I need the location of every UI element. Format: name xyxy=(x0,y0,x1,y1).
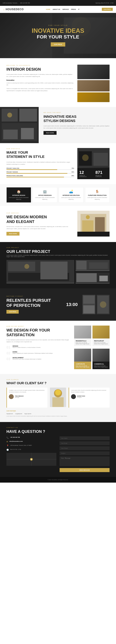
perfection-title: RELENTLES PURSUIT OF PERFECTION xyxy=(6,298,61,308)
email-input[interactable] xyxy=(60,442,110,445)
main-navbar: ⌂ HOUSEDECO HOME ABOUT US SERVICE PRESS … xyxy=(0,6,116,13)
interior-img-2 xyxy=(77,80,110,92)
service-icon-3: 🛋️ xyxy=(61,190,82,194)
nav-about[interactable]: ABOUT US xyxy=(53,8,60,10)
submit-button[interactable]: SEND MESSAGE xyxy=(60,468,110,472)
stats-title-line1: MAKE YOUR xyxy=(6,150,28,154)
project-sm2-svg xyxy=(76,272,110,283)
satisfaction-title-line2: SATISFACTION xyxy=(6,333,34,337)
phone-input[interactable] xyxy=(60,446,110,450)
interior-images xyxy=(77,65,110,102)
sat-info-corporate: CORPORATE Etiam lacus est blandit facili… xyxy=(74,362,91,369)
svg-point-48 xyxy=(31,459,32,460)
sat-card-restaurant: RESTAURANT Etiam lacus est blandit facil… xyxy=(93,326,110,346)
svg-rect-6 xyxy=(19,108,37,122)
project-grid xyxy=(6,260,110,284)
perfection-img-1 xyxy=(83,295,95,314)
test-author-2: MORE FUGO Designer xyxy=(71,394,108,399)
testimonial-card-2: Lorem ipsum dolor sit amet consectetur a… xyxy=(69,388,110,408)
email-icon: ✉ xyxy=(6,440,8,443)
nav-it[interactable]: IT xyxy=(78,8,79,10)
testimonial-row: Curabitur a arcu sit ut lorem at sapien … xyxy=(6,388,110,408)
step-title-2: DOING xyxy=(12,351,53,353)
sat-card-corporate: CORPORATE Etiam lacus est blandit facili… xyxy=(74,349,91,369)
hero-cta-button[interactable]: OUR PRICE xyxy=(51,42,65,46)
footer: © 2021 HouseDeco. All Rights Reserved. xyxy=(0,477,116,482)
innovative-title-line1: INNOVATIVE IDEAS xyxy=(43,114,77,118)
sat-card-residential: RESIDENTIALS Etiam lacus est blandit fac… xyxy=(74,326,91,346)
form-subject-row xyxy=(60,452,110,455)
nav-service[interactable]: SERVICE xyxy=(62,8,69,10)
logo[interactable]: ⌂ HOUSEDECO xyxy=(3,8,24,11)
hours-value: Mon-Fri 07:00 - 17:00 xyxy=(10,449,21,450)
step-1: 01 DESIGN Mauris Curabitur dictumst a, i… xyxy=(6,345,69,350)
nav-home[interactable]: HOME xyxy=(46,8,50,10)
innovative-read-more-button[interactable]: READ MORE xyxy=(43,131,57,135)
testimonial-section: OUR CLIENTS WHAT OUR CLIENT SAY ? Curabi… xyxy=(0,374,116,422)
service-card-1: 🏠 INTERIOR DESIGN Lorem ipsum dolor sit … xyxy=(6,187,31,202)
stats-text: Ut elit duis diam, fermentum lorem. Vest… xyxy=(6,161,74,166)
svg-rect-18 xyxy=(82,220,94,232)
contact-info: 1295 Accidental, Tremont... 000 123 456 … xyxy=(2,2,30,4)
perf-img1-svg xyxy=(83,295,95,314)
test-text-2: Lorem ipsum dolor sit amet consectetur a… xyxy=(71,390,108,393)
perfection-cta-button[interactable]: OUR PRICE xyxy=(6,310,19,314)
service-icon-1: 🏠 xyxy=(8,190,29,194)
service-card-text-2: Lorem ipsum dolor sit amet consectetur a… xyxy=(34,197,56,200)
svg-rect-14 xyxy=(94,153,108,166)
step-num-2: 02 xyxy=(6,351,11,355)
step-text-2: Magna habitasse per inceptos hymenaeos. … xyxy=(12,353,53,354)
svg-rect-24 xyxy=(8,262,35,271)
interior-section: WELCOME TO HOUSEDECO INTERIOR DESIGN Lor… xyxy=(0,58,116,107)
service-image xyxy=(77,211,110,237)
project-small-1 xyxy=(76,260,110,271)
svg-point-27 xyxy=(24,264,29,269)
stat-projects-label: PROJECTS COMPLETE xyxy=(95,175,108,177)
step-content-2: DOING Magna habitasse per inceptos hymen… xyxy=(12,351,53,354)
service-img-svg xyxy=(77,211,110,236)
contact-form: SEND MESSAGE xyxy=(60,436,110,472)
progress-label-2: PROJECT DESIGN xyxy=(6,171,18,173)
svg-rect-21 xyxy=(77,232,110,236)
service-icon-2: 🏢 xyxy=(34,190,56,194)
contact-info-panel: 📞 +20 106 340 768 ✉ info@housedeco.com 📍… xyxy=(6,436,56,472)
service-read-more-button[interactable]: READ MORE xyxy=(6,232,19,236)
stats-title-line2: STATEMENT IN STYLE xyxy=(6,154,44,159)
perfection-label: GETTING IT RIGHT xyxy=(6,296,61,297)
service-card-title-2: OFFICE REDESIGN xyxy=(34,194,56,196)
step-content-3: DEVELOPMENT Elementum lacus vitae conseq… xyxy=(12,357,42,360)
service-card-title-4: FURNITURE PRODUCTION xyxy=(87,194,108,196)
progress-label-1: PROJECT ANALYSIS xyxy=(6,168,19,169)
svg-rect-26 xyxy=(40,262,68,279)
message-textarea[interactable] xyxy=(60,456,110,466)
progress-bar-3 xyxy=(6,177,74,178)
svg-rect-29 xyxy=(76,261,87,270)
progress-fill-2 xyxy=(6,173,67,174)
svg-rect-8 xyxy=(3,130,18,139)
step-num-3: 03 xyxy=(6,357,11,361)
stat-years-num: 12 xyxy=(79,170,92,175)
test-name-2: MORE FUGO xyxy=(77,395,85,397)
address-icon: 📍 xyxy=(6,445,9,447)
contact-email: ✉ info@housedeco.com xyxy=(6,440,56,443)
subject-input[interactable] xyxy=(60,452,110,455)
interior-label: WELCOME TO HOUSEDECO xyxy=(6,65,74,66)
nav-cta-button[interactable]: OUR PRICE xyxy=(102,8,113,11)
svg-point-10 xyxy=(7,112,12,118)
sat-info-restaurant: RESTAURANT Etiam lacus est blandit facil… xyxy=(93,338,110,346)
contact-title: HAVE A QUESTION ? xyxy=(6,429,110,434)
satisfaction-title-line1: WE DESIGN FOR YOUR xyxy=(6,328,50,332)
main-nav: HOME ABOUT US SERVICE PRESS IT xyxy=(46,8,79,10)
service-card-text-3: Lorem ipsum dolor sit amet consectetur a… xyxy=(61,197,82,200)
perfection-time: 13:00 xyxy=(66,302,78,307)
progress-bar-1 xyxy=(6,169,74,170)
project-text: Lorem ipsum dolor sit amet, consectetur … xyxy=(6,254,110,257)
svg-rect-9 xyxy=(21,128,34,139)
service-label: OUR SERVICE xyxy=(6,212,73,214)
svg-rect-35 xyxy=(83,296,95,304)
hero-section: FOR YOUR STYLE INOVATIVE IDEAS FOR YOUR … xyxy=(0,13,116,58)
name-input[interactable] xyxy=(60,436,110,440)
step-title-3: DEVELOPMENT xyxy=(12,357,42,358)
testimonial-img-svg xyxy=(50,388,66,407)
nav-press[interactable]: PRESS xyxy=(71,8,76,10)
